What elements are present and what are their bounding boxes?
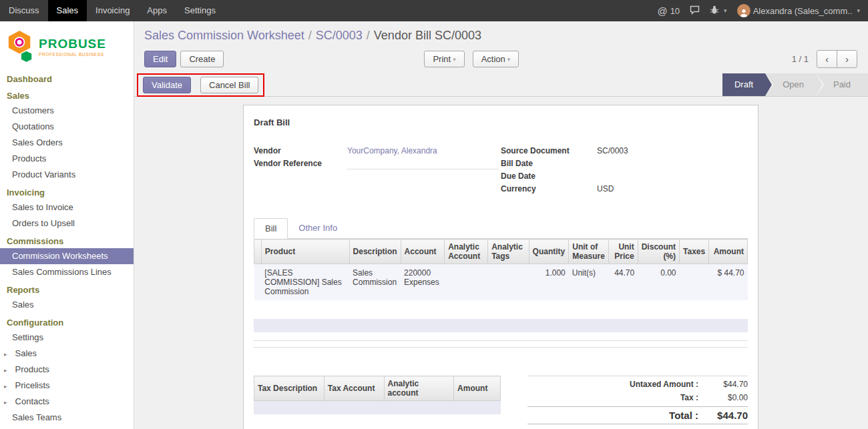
tab-bill[interactable]: Bill xyxy=(254,218,288,239)
more-dropdowns: Print▾ Action▾ xyxy=(424,51,519,67)
sidebar-item-sales-orders[interactable]: Sales Orders xyxy=(0,135,134,151)
create-button[interactable]: Create xyxy=(180,51,224,67)
total-value: $44.70 xyxy=(698,410,748,421)
sidebar-section-commissions[interactable]: Commissions xyxy=(0,232,134,248)
sidebar-section-configuration[interactable]: Configuration xyxy=(0,313,134,330)
button-row: Edit Create Print▾ Action▾ 1 / 1 ‹ › xyxy=(144,50,857,68)
invoice-line-row[interactable]: [SALES COMMISSION] Sales Commission Sale… xyxy=(254,264,748,301)
cell-description: Sales Commission xyxy=(349,264,401,301)
expand-icon: ▸ xyxy=(4,367,7,374)
expand-icon: ▸ xyxy=(4,351,7,358)
sidebar-item-contacts[interactable]: ▸Contacts xyxy=(0,394,134,410)
mention-icon: @ xyxy=(657,5,667,17)
due-date-value xyxy=(597,170,748,181)
total-label: Total : xyxy=(527,410,698,421)
sidebar-section-reports[interactable]: Reports xyxy=(0,280,134,297)
row-handle-column xyxy=(254,240,262,264)
vendor-reference-value xyxy=(347,157,499,169)
sidebar-item-config-sales[interactable]: ▸Sales xyxy=(0,346,134,362)
cell-uom: Unit(s) xyxy=(569,264,609,301)
expand-icon: ▸ xyxy=(4,383,7,390)
form-title: Draft Bill xyxy=(254,117,748,127)
menu-settings[interactable]: Settings xyxy=(176,0,224,21)
tax-header-row: Tax Description Tax Account Analytic acc… xyxy=(254,376,501,401)
debug-menu-button[interactable]: ▾ xyxy=(710,5,727,17)
vendor-value-link[interactable]: YourCompany, Alexandra xyxy=(347,145,501,156)
cell-product: [SALES COMMISSION] Sales Commission xyxy=(261,264,349,301)
sidebar-item-sales-to-invoice[interactable]: Sales to Invoice xyxy=(0,199,134,216)
topbar: Discuss Sales Invoicing Apps Settings @ … xyxy=(0,0,868,21)
pager-previous-button[interactable]: ‹ xyxy=(817,50,837,68)
sidebar-item-commission-worksheets[interactable]: Commission Worksheets xyxy=(0,248,134,264)
sidebar-section-invoicing[interactable]: Invoicing xyxy=(0,183,134,199)
pager: 1 / 1 ‹ › xyxy=(792,50,857,68)
breadcrumb-separator: / xyxy=(308,29,312,42)
menu-sales[interactable]: Sales xyxy=(48,0,87,21)
totals: Untaxed Amount : $44.70 Tax : $0.00 Tota… xyxy=(527,376,748,424)
breadcrumb: Sales Commission Worksheet/SC/0003/Vendo… xyxy=(144,27,857,43)
tab-other-info[interactable]: Other Info xyxy=(288,218,348,239)
sidebar-item-config-products[interactable]: ▸Products xyxy=(0,362,134,378)
sidebar-item-sales-commissions-lines[interactable]: Sales Commissions Lines xyxy=(0,264,134,280)
currency-label: Currency xyxy=(501,183,597,193)
cell-unit-price: 44.70 xyxy=(609,264,638,301)
control-panel: Sales Commission Worksheet/SC/0003/Vendo… xyxy=(134,21,868,68)
mentions-button[interactable]: @ 10 xyxy=(657,5,680,17)
sidebar-item-orders-to-upsell[interactable]: Orders to Upsell xyxy=(0,216,134,232)
caret-down-icon: ▾ xyxy=(453,56,456,63)
sidebar-item-sales-teams[interactable]: Sales Teams xyxy=(0,410,134,426)
cell-discount: 0.00 xyxy=(638,264,679,301)
menu-apps[interactable]: Apps xyxy=(138,0,176,21)
topbar-right: @ 10 ▾ Alexandra (Sales_comm.. ▾ xyxy=(657,0,868,21)
sidebar-item-customers[interactable]: Customers xyxy=(0,103,134,119)
red-annotation-box: Validate Cancel Bill xyxy=(137,73,264,97)
cell-analytic-account xyxy=(445,264,488,301)
currency-value: USD xyxy=(597,183,748,194)
breadcrumb-record-link[interactable]: SC/0003 xyxy=(316,29,363,42)
notebook-tabs: Bill Other Info xyxy=(254,218,748,239)
statusbar-row: Validate Cancel Bill Draft Open Paid xyxy=(134,73,868,97)
action-dropdown-button[interactable]: Action▾ xyxy=(473,51,519,67)
user-menu-button[interactable]: Alexandra (Sales_comm.. ▾ xyxy=(737,4,860,17)
menu-invoicing[interactable]: Invoicing xyxy=(87,0,138,21)
tax-label: Tax : xyxy=(527,393,698,402)
main-content: Sales Commission Worksheet/SC/0003/Vendo… xyxy=(134,21,868,429)
sidebar-section-sales[interactable]: Sales xyxy=(0,86,134,103)
breadcrumb-worksheet-link[interactable]: Sales Commission Worksheet xyxy=(144,29,304,42)
edit-button[interactable]: Edit xyxy=(144,51,176,67)
mention-count: 10 xyxy=(670,6,680,16)
sidebar-item-pricelists[interactable]: ▸Pricelists xyxy=(0,378,134,394)
pager-next-button[interactable]: › xyxy=(837,50,857,68)
breadcrumb-separator: / xyxy=(367,29,370,42)
logo-hexagon-icon xyxy=(7,29,35,65)
bill-date-value xyxy=(597,157,748,169)
app-logo: PROBUSE PROFESSIONAL BUSINESS xyxy=(0,21,134,69)
empty-tax-strip xyxy=(254,401,501,414)
menu-discuss[interactable]: Discuss xyxy=(0,0,48,21)
cell-account: 220000 Expenses xyxy=(401,264,445,301)
source-document-label: Source Document xyxy=(501,145,597,155)
breadcrumb-current: Vendor Bill SC/0003 xyxy=(374,29,481,42)
sidebar-item-sales-commission-levels[interactable]: Sales Commission Levels xyxy=(0,426,134,429)
print-dropdown-button[interactable]: Print▾ xyxy=(424,51,464,67)
tax-value: $0.00 xyxy=(698,393,748,402)
validate-button[interactable]: Validate xyxy=(143,77,191,93)
cancel-bill-button[interactable]: Cancel Bill xyxy=(200,77,258,93)
sidebar-item-quotations[interactable]: Quotations xyxy=(0,119,134,135)
tax-table: Tax Description Tax Account Analytic acc… xyxy=(254,376,501,401)
sidebar-item-settings[interactable]: Settings xyxy=(0,330,134,346)
separator-line xyxy=(254,347,748,348)
bill-date-label: Bill Date xyxy=(501,157,597,168)
sidebar-item-product-variants[interactable]: Product Variants xyxy=(0,167,134,183)
tax-lines: Tax Description Tax Account Analytic acc… xyxy=(254,376,501,424)
due-date-label: Due Date xyxy=(501,170,597,181)
status-draft: Draft xyxy=(722,73,765,96)
logo-title: PROBUSE xyxy=(39,37,106,50)
sidebar-item-reports-sales[interactable]: Sales xyxy=(0,297,134,313)
messages-button[interactable] xyxy=(690,5,700,17)
chat-bubble-icon xyxy=(690,5,700,17)
statusbar: Draft Open Paid xyxy=(722,73,868,96)
sidebar-item-dashboard[interactable]: Dashboard xyxy=(0,69,134,86)
invoice-lines-table: Product Description Account Analytic Acc… xyxy=(254,239,748,300)
sidebar-item-products[interactable]: Products xyxy=(0,151,134,167)
